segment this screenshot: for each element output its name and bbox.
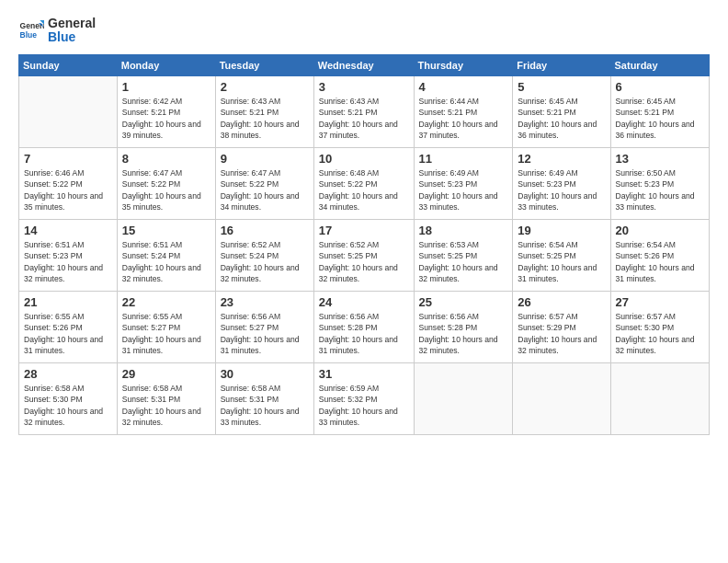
calendar-cell: 9 Sunrise: 6:47 AMSunset: 5:22 PMDayligh… [215,147,313,219]
day-details: Sunrise: 6:42 AMSunset: 5:21 PMDaylight:… [122,96,210,142]
day-details: Sunrise: 6:46 AMSunset: 5:22 PMDaylight:… [24,167,112,213]
day-details: Sunrise: 6:43 AMSunset: 5:21 PMDaylight:… [221,96,309,142]
calendar-table: SundayMondayTuesdayWednesdayThursdayFrid… [18,54,710,435]
day-details: Sunrise: 6:57 AMSunset: 5:29 PMDaylight:… [518,311,605,357]
day-details: Sunrise: 6:55 AMSunset: 5:26 PMDaylight:… [24,311,112,357]
svg-text:Blue: Blue [20,30,38,40]
calendar-cell: 11 Sunrise: 6:49 AMSunset: 5:23 PMDaylig… [414,147,513,219]
day-details: Sunrise: 6:49 AMSunset: 5:23 PMDaylight:… [518,167,605,213]
day-details: Sunrise: 6:52 AMSunset: 5:24 PMDaylight:… [221,239,309,285]
day-details: Sunrise: 6:59 AMSunset: 5:32 PMDaylight:… [319,383,409,429]
logo-icon: General Blue [18,17,44,43]
day-number: 6 [616,80,704,94]
logo-general: General [48,17,96,30]
calendar-cell: 22 Sunrise: 6:55 AMSunset: 5:27 PMDaylig… [117,291,215,362]
calendar-cell: 6 Sunrise: 6:45 AMSunset: 5:21 PMDayligh… [610,75,709,147]
calendar-cell: 31 Sunrise: 6:59 AMSunset: 5:32 PMDaylig… [313,362,414,434]
day-details: Sunrise: 6:45 AMSunset: 5:21 PMDaylight:… [616,96,704,142]
day-number: 1 [122,80,210,94]
calendar-cell [19,75,118,147]
calendar-cell: 5 Sunrise: 6:45 AMSunset: 5:21 PMDayligh… [513,75,610,147]
week-row-4: 21 Sunrise: 6:55 AMSunset: 5:26 PMDaylig… [19,291,710,362]
calendar-cell: 8 Sunrise: 6:47 AMSunset: 5:22 PMDayligh… [117,147,215,219]
day-number: 9 [221,152,309,166]
day-number: 11 [419,152,508,166]
day-details: Sunrise: 6:58 AMSunset: 5:31 PMDaylight:… [221,383,309,429]
day-number: 21 [24,295,112,309]
calendar-cell: 12 Sunrise: 6:49 AMSunset: 5:23 PMDaylig… [513,147,610,219]
calendar-cell [610,362,709,434]
day-number: 18 [419,224,508,237]
week-row-1: 1 Sunrise: 6:42 AMSunset: 5:21 PMDayligh… [19,75,710,147]
day-details: Sunrise: 6:54 AMSunset: 5:26 PMDaylight:… [616,239,704,285]
week-row-3: 14 Sunrise: 6:51 AMSunset: 5:23 PMDaylig… [19,219,710,291]
day-number: 23 [221,295,309,309]
calendar-cell: 23 Sunrise: 6:56 AMSunset: 5:27 PMDaylig… [215,291,313,362]
calendar-cell: 30 Sunrise: 6:58 AMSunset: 5:31 PMDaylig… [215,362,313,434]
header-thursday: Thursday [414,54,513,75]
calendar-body: 1 Sunrise: 6:42 AMSunset: 5:21 PMDayligh… [19,75,710,434]
calendar-cell: 26 Sunrise: 6:57 AMSunset: 5:29 PMDaylig… [513,291,610,362]
calendar-cell: 28 Sunrise: 6:58 AMSunset: 5:30 PMDaylig… [19,362,118,434]
day-number: 2 [221,80,309,94]
day-details: Sunrise: 6:58 AMSunset: 5:31 PMDaylight:… [122,383,210,429]
day-details: Sunrise: 6:56 AMSunset: 5:28 PMDaylight:… [319,311,409,357]
day-number: 27 [616,295,704,309]
day-details: Sunrise: 6:47 AMSunset: 5:22 PMDaylight:… [122,167,210,213]
day-number: 3 [319,80,409,94]
calendar-cell: 27 Sunrise: 6:57 AMSunset: 5:30 PMDaylig… [610,291,709,362]
day-number: 30 [221,367,309,381]
calendar-cell: 19 Sunrise: 6:54 AMSunset: 5:25 PMDaylig… [513,219,610,291]
week-row-5: 28 Sunrise: 6:58 AMSunset: 5:30 PMDaylig… [19,362,710,434]
calendar-cell: 18 Sunrise: 6:53 AMSunset: 5:25 PMDaylig… [414,219,513,291]
day-number: 4 [419,80,508,94]
day-number: 20 [616,224,704,237]
week-row-2: 7 Sunrise: 6:46 AMSunset: 5:22 PMDayligh… [19,147,710,219]
day-number: 7 [24,152,112,166]
day-number: 24 [319,295,409,309]
day-number: 14 [24,224,112,237]
calendar-page: General Blue General Blue SundayMondayTu… [0,0,728,563]
day-details: Sunrise: 6:43 AMSunset: 5:21 PMDaylight:… [319,96,409,142]
day-number: 13 [616,152,704,166]
calendar-cell: 17 Sunrise: 6:52 AMSunset: 5:25 PMDaylig… [313,219,414,291]
calendar-cell: 10 Sunrise: 6:48 AMSunset: 5:22 PMDaylig… [313,147,414,219]
day-details: Sunrise: 6:51 AMSunset: 5:23 PMDaylight:… [24,239,112,285]
day-details: Sunrise: 6:47 AMSunset: 5:22 PMDaylight:… [221,167,309,213]
header-monday: Monday [117,54,215,75]
calendar-cell: 3 Sunrise: 6:43 AMSunset: 5:21 PMDayligh… [313,75,414,147]
day-details: Sunrise: 6:48 AMSunset: 5:22 PMDaylight:… [319,167,409,213]
day-number: 19 [518,224,605,237]
calendar-cell: 20 Sunrise: 6:54 AMSunset: 5:26 PMDaylig… [610,219,709,291]
header-sunday: Sunday [19,54,118,75]
day-details: Sunrise: 6:45 AMSunset: 5:21 PMDaylight:… [518,96,605,142]
day-details: Sunrise: 6:49 AMSunset: 5:23 PMDaylight:… [419,167,508,213]
day-details: Sunrise: 6:50 AMSunset: 5:23 PMDaylight:… [616,167,704,213]
calendar-cell: 2 Sunrise: 6:43 AMSunset: 5:21 PMDayligh… [215,75,313,147]
header-wednesday: Wednesday [313,54,414,75]
calendar-cell: 24 Sunrise: 6:56 AMSunset: 5:28 PMDaylig… [313,291,414,362]
day-number: 28 [24,367,112,381]
calendar-cell: 25 Sunrise: 6:56 AMSunset: 5:28 PMDaylig… [414,291,513,362]
day-details: Sunrise: 6:58 AMSunset: 5:30 PMDaylight:… [24,383,112,429]
day-number: 29 [122,367,210,381]
day-details: Sunrise: 6:57 AMSunset: 5:30 PMDaylight:… [616,311,704,357]
svg-text:General: General [20,22,44,31]
header-tuesday: Tuesday [215,54,313,75]
day-number: 12 [518,152,605,166]
calendar-cell: 16 Sunrise: 6:52 AMSunset: 5:24 PMDaylig… [215,219,313,291]
calendar-cell: 13 Sunrise: 6:50 AMSunset: 5:23 PMDaylig… [610,147,709,219]
day-details: Sunrise: 6:53 AMSunset: 5:25 PMDaylight:… [419,239,508,285]
calendar-cell: 7 Sunrise: 6:46 AMSunset: 5:22 PMDayligh… [19,147,118,219]
calendar-header-row: SundayMondayTuesdayWednesdayThursdayFrid… [19,54,710,75]
day-details: Sunrise: 6:44 AMSunset: 5:21 PMDaylight:… [419,96,508,142]
day-details: Sunrise: 6:56 AMSunset: 5:27 PMDaylight:… [221,311,309,357]
day-details: Sunrise: 6:55 AMSunset: 5:27 PMDaylight:… [122,311,210,357]
logo: General Blue General Blue [18,17,96,45]
day-number: 16 [221,224,309,237]
logo-blue: Blue [48,30,96,44]
calendar-cell: 14 Sunrise: 6:51 AMSunset: 5:23 PMDaylig… [19,219,118,291]
header-friday: Friday [513,54,610,75]
calendar-cell: 4 Sunrise: 6:44 AMSunset: 5:21 PMDayligh… [414,75,513,147]
calendar-cell: 29 Sunrise: 6:58 AMSunset: 5:31 PMDaylig… [117,362,215,434]
